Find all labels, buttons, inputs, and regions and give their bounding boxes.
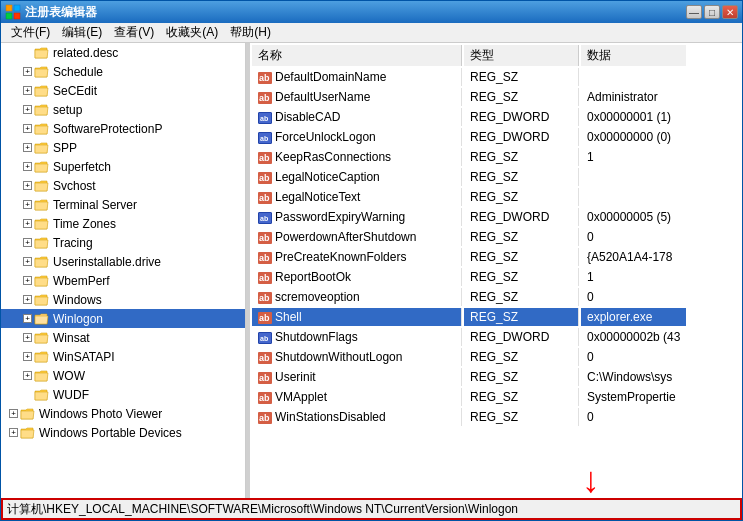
reg-ab-icon: ab xyxy=(258,152,272,164)
registry-entry-type: REG_SZ xyxy=(464,168,579,186)
tree-item[interactable]: + SeCEdit xyxy=(1,81,245,100)
reg-ab-icon: ab xyxy=(258,292,272,304)
table-row[interactable]: abscremoveoptionREG_SZ0 xyxy=(252,288,686,306)
registry-name-text: VMApplet xyxy=(275,390,327,404)
tree-expand-button[interactable]: + xyxy=(9,409,18,418)
table-row[interactable]: abDefaultDomainNameREG_SZ xyxy=(252,68,686,86)
tree-expand-button[interactable]: + xyxy=(23,257,32,266)
table-row[interactable]: abVMAppletREG_SZSystemPropertie xyxy=(252,388,686,406)
tree-item[interactable]: + Winlogon xyxy=(1,309,245,328)
registry-entry-data: 0 xyxy=(581,288,686,306)
tree-expand-button[interactable]: + xyxy=(23,86,32,95)
registry-entry-type: REG_SZ xyxy=(464,388,579,406)
menu-item-edit[interactable]: 编辑(E) xyxy=(56,22,108,43)
tree-item[interactable]: + Time Zones xyxy=(1,214,245,233)
tree-item[interactable]: WUDF xyxy=(1,385,245,404)
registry-entry-type: REG_DWORD xyxy=(464,108,579,126)
table-row[interactable]: abForceUnlockLogonREG_DWORD0x00000000 (0… xyxy=(252,128,686,146)
tree-item[interactable]: + Windows xyxy=(1,290,245,309)
registry-table: 名称 类型 数据 abDefaultDomainNameREG_SZabDefa… xyxy=(250,43,688,428)
registry-entry-data: 0x00000001 (1) xyxy=(581,108,686,126)
registry-entry-name: abPowerdownAfterShutdown xyxy=(252,228,462,246)
tree-expand-button[interactable]: + xyxy=(23,371,32,380)
reg-ab-icon: ab xyxy=(258,252,272,264)
registry-entry-data: Administrator xyxy=(581,88,686,106)
tree-item[interactable]: + SPP xyxy=(1,138,245,157)
tree-item[interactable]: + WOW xyxy=(1,366,245,385)
tree-item-label: Tracing xyxy=(53,236,93,250)
tree-item[interactable]: + Superfetch xyxy=(1,157,245,176)
table-row[interactable]: abUserinitREG_SZC:\Windows\sys xyxy=(252,368,686,386)
table-row[interactable]: abLegalNoticeTextREG_SZ xyxy=(252,188,686,206)
tree-expand-button[interactable]: + xyxy=(23,276,32,285)
registry-entry-name: abDisableCAD xyxy=(252,108,462,126)
folder-icon xyxy=(34,178,50,194)
tree-expand-button[interactable]: + xyxy=(9,428,18,437)
registry-entry-data xyxy=(581,168,686,186)
tree-item[interactable]: + Svchost xyxy=(1,176,245,195)
tree-item[interactable]: + Terminal Server xyxy=(1,195,245,214)
tree-expand-button[interactable]: + xyxy=(23,314,32,323)
registry-name-text: ShutdownWithoutLogon xyxy=(275,350,402,364)
registry-entry-type: REG_SZ xyxy=(464,348,579,366)
tree-expand-button[interactable]: + xyxy=(23,238,32,247)
table-row[interactable]: abPasswordExpiryWarningREG_DWORD0x000000… xyxy=(252,208,686,226)
tree-item[interactable]: related.desc xyxy=(1,43,245,62)
menu-item-file[interactable]: 文件(F) xyxy=(5,22,56,43)
col-header-type[interactable]: 类型 xyxy=(464,45,579,66)
tree-item[interactable]: + setup xyxy=(1,100,245,119)
reg-ab-icon: ab xyxy=(258,92,272,104)
minimize-button[interactable]: — xyxy=(686,5,702,19)
registry-entry-type: REG_SZ xyxy=(464,308,579,326)
table-row[interactable]: abKeepRasConnectionsREG_SZ1 xyxy=(252,148,686,166)
tree-expand-button[interactable]: + xyxy=(23,162,32,171)
tree-expand-button[interactable]: + xyxy=(23,333,32,342)
tree-item[interactable]: + SoftwareProtectionP xyxy=(1,119,245,138)
tree-item[interactable]: + Winsat xyxy=(1,328,245,347)
col-header-data[interactable]: 数据 xyxy=(581,45,686,66)
window-title: 注册表编辑器 xyxy=(25,4,97,21)
table-row[interactable]: abPreCreateKnownFoldersREG_SZ{A520A1A4-1… xyxy=(252,248,686,266)
registry-entry-name: abShutdownFlags xyxy=(252,328,462,346)
maximize-button[interactable]: □ xyxy=(704,5,720,19)
registry-name-text: Shell xyxy=(275,310,302,324)
tree-expand-button[interactable]: + xyxy=(23,200,32,209)
close-button[interactable]: ✕ xyxy=(722,5,738,19)
registry-table-wrapper[interactable]: 名称 类型 数据 abDefaultDomainNameREG_SZabDefa… xyxy=(250,43,742,498)
tree-expand-button[interactable]: + xyxy=(23,352,32,361)
table-row[interactable]: abShellREG_SZexplorer.exe xyxy=(252,308,686,326)
tree-expand-button[interactable]: + xyxy=(23,181,32,190)
tree-item[interactable]: + Windows Photo Viewer xyxy=(1,404,245,423)
tree-item[interactable]: + Userinstallable.drive xyxy=(1,252,245,271)
tree-expand-button[interactable]: + xyxy=(23,219,32,228)
registry-tree-panel[interactable]: related.desc+ Schedule+ SeCEdit+ setup+ … xyxy=(1,43,246,498)
table-row[interactable]: abReportBootOkREG_SZ1 xyxy=(252,268,686,286)
tree-item[interactable]: + Tracing xyxy=(1,233,245,252)
table-row[interactable]: abLegalNoticeCaptionREG_SZ xyxy=(252,168,686,186)
tree-expand-button[interactable]: + xyxy=(23,67,32,76)
table-body: abDefaultDomainNameREG_SZabDefaultUserNa… xyxy=(252,68,686,426)
tree-item-label: SoftwareProtectionP xyxy=(53,122,162,136)
table-row[interactable]: abShutdownFlagsREG_DWORD0x00000002b (43 xyxy=(252,328,686,346)
table-row[interactable]: abPowerdownAfterShutdownREG_SZ0 xyxy=(252,228,686,246)
tree-item[interactable]: + Windows Portable Devices xyxy=(1,423,245,442)
folder-icon xyxy=(34,102,50,118)
table-row[interactable]: abShutdownWithoutLogonREG_SZ0 xyxy=(252,348,686,366)
tree-item[interactable]: + WinSATAPI xyxy=(1,347,245,366)
menu-item-favorites[interactable]: 收藏夹(A) xyxy=(160,22,224,43)
table-row[interactable]: abDisableCADREG_DWORD0x00000001 (1) xyxy=(252,108,686,126)
tree-item-label: setup xyxy=(53,103,82,117)
menu-item-view[interactable]: 查看(V) xyxy=(108,22,160,43)
folder-icon xyxy=(34,140,50,156)
tree-item[interactable]: + Schedule xyxy=(1,62,245,81)
tree-expand-button[interactable]: + xyxy=(23,143,32,152)
tree-expand-button[interactable]: + xyxy=(23,295,32,304)
menu-item-help[interactable]: 帮助(H) xyxy=(224,22,277,43)
tree-expand-button[interactable]: + xyxy=(23,124,32,133)
table-row[interactable]: abDefaultUserNameREG_SZAdministrator xyxy=(252,88,686,106)
tree-item[interactable]: + WbemPerf xyxy=(1,271,245,290)
folder-icon xyxy=(34,273,50,289)
table-row[interactable]: abWinStationsDisabledREG_SZ0 xyxy=(252,408,686,426)
tree-expand-button[interactable]: + xyxy=(23,105,32,114)
col-header-name[interactable]: 名称 xyxy=(252,45,462,66)
